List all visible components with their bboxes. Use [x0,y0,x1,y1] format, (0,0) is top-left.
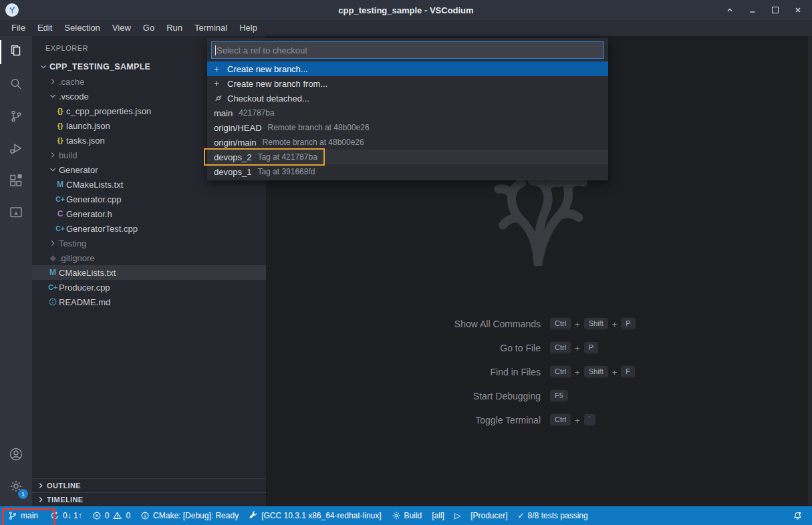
kit-status-item[interactable]: [GCC 10.3.1 x86_64-redhat-linux] [249,511,381,520]
gear-icon [392,511,401,520]
notifications-item[interactable] [793,511,812,521]
minimize-icon[interactable] [744,1,761,19]
key-chip: F [621,366,635,378]
maximize-icon[interactable] [767,1,784,19]
tree-item-readme-md[interactable]: README.md [32,295,266,309]
menu-chevron-up-icon[interactable] [721,1,738,19]
tree-item-testing[interactable]: Testing [32,236,266,250]
json-icon: {} [54,107,66,115]
settings-badge: 1 [18,489,28,499]
quickpick-item-main[interactable]: main 421787ba [207,106,608,120]
chevron-right-icon [47,238,59,248]
quickpick-item-devops-1[interactable]: devops_1 Tag at 391668fd [207,164,608,179]
tree-item-gitignore[interactable]: ◆ .gitignore [32,250,266,265]
key-chip: Ctrl [550,366,571,378]
tree-item-generatortest-cpp[interactable]: C+ GeneratorTest.cpp [32,221,266,236]
quickpick-item-create-new-branch-from[interactable]: + Create new branch from... [207,76,608,91]
cmake-icon: M [47,268,59,277]
key-chip: Ctrl [550,414,571,426]
tests-status-item[interactable]: ✓ 8/8 tests passing [518,511,588,520]
menu-go[interactable]: Go [137,20,160,36]
quickpick-item-checkout-detached[interactable]: Checkout detached... [207,91,608,106]
menu-terminal[interactable]: Terminal [188,20,233,36]
shortcut-toggle-terminal: Toggle Terminal Ctrl + ` [347,413,721,427]
key-chip: ` [584,414,596,426]
timeline-section[interactable]: TIMELINE [32,492,266,506]
menu-file[interactable]: File [5,20,31,36]
problems-status-item[interactable]: 0 0 [92,511,130,520]
cmake-icon: M [54,180,66,189]
close-icon[interactable] [789,1,807,19]
watermark-shortcuts: Show All Commands Ctrl + Shift + P Go to… [347,317,721,427]
quickpick-item-create-new-branch[interactable]: + Create new branch... [207,61,608,76]
key-chip: F5 [550,390,568,402]
tools-icon [249,511,258,520]
status-bar: main 0↓ 1↑ 0 0 CMake: [Debug]: Ready [GC… [0,506,812,525]
key-chip: Ctrl [550,342,571,354]
activity-bar-bottom: 1 [0,438,32,506]
vscodium-window: cpp_testing_sample - VSCodium File Edit … [0,0,812,525]
key-chip: P [584,342,598,354]
search-icon[interactable] [0,68,32,100]
tree-item-cmakelists-root[interactable]: M CMakeLists.txt [32,265,266,280]
json-icon: {} [54,136,66,144]
build-target-item[interactable]: [all] [432,511,444,520]
git-branch-icon [8,511,17,520]
chevron-right-icon [35,481,47,490]
menu-help[interactable]: Help [233,20,263,36]
sync-status-item[interactable]: 0↓ 1↑ [50,511,82,520]
sync-icon [50,511,59,520]
cpp-file-icon: C+ [54,195,66,203]
vscodium-watermark-logo [478,167,598,269]
chevron-right-icon [35,495,47,504]
explorer-icon[interactable] [0,36,32,68]
menu-run[interactable]: Run [160,20,188,36]
shortcut-start-debugging: Start Debugging F5 [347,389,721,403]
test-panel-icon[interactable] [0,196,32,228]
launch-target-item[interactable]: [Producer] [470,511,507,520]
chevron-down-icon [47,165,59,174]
outline-section[interactable]: OUTLINE [32,478,266,492]
cpp-file-icon: C+ [47,283,59,291]
launch-play-icon[interactable]: ▷ [454,511,460,520]
menu-edit[interactable]: Edit [31,20,58,36]
warning-icon [112,511,122,520]
tree-item-generator-h[interactable]: C Generator.h [32,206,266,221]
error-icon [92,511,102,520]
info-icon [140,511,150,520]
bell-icon [793,511,803,521]
plus-icon: + [214,63,227,74]
chevron-down-icon [47,92,59,101]
detached-icon [214,94,227,103]
menu-selection[interactable]: Selection [58,20,106,36]
run-debug-icon[interactable] [0,132,32,164]
ref-search-input[interactable]: Select a ref to checkout [211,41,604,59]
key-chip: Shift [584,366,608,378]
key-chip: P [621,318,635,330]
menu-view[interactable]: View [106,20,137,36]
shortcut-go-to-file: Go to File Ctrl + P [347,341,721,355]
cpp-file-icon: C+ [54,224,66,232]
account-icon[interactable] [0,438,32,470]
extensions-icon[interactable] [0,164,32,196]
window-controls [721,0,807,20]
check-icon: ✓ [518,511,525,520]
build-status-item[interactable]: Build [392,511,422,520]
info-icon [47,297,59,307]
quickpick-item-origin-main[interactable]: origin/main Remote branch at 48b00e26 [207,135,608,150]
quickpick-item-devops-2[interactable]: devops_2 Tag at 421787ba [207,150,608,164]
cmake-status-item[interactable]: CMake: [Debug]: Ready [140,511,239,520]
tree-item-generator-cpp[interactable]: C+ Generator.cpp [32,192,266,206]
source-control-icon[interactable] [0,100,32,132]
settings-gear-icon[interactable]: 1 [0,470,32,502]
header-file-icon: C [54,209,66,218]
text-caret [215,45,216,55]
menu-bar: File Edit Selection View Go Run Terminal… [0,20,812,36]
checkout-quickpick: Select a ref to checkout + Create new br… [207,38,608,180]
chevron-right-icon [47,77,59,86]
branch-status-item[interactable]: main [0,511,38,520]
quickpick-item-origin-head[interactable]: origin/HEAD Remote branch at 48b00e26 [207,120,608,135]
title-bar: cpp_testing_sample - VSCodium [0,0,812,20]
shortcut-show-all-commands: Show All Commands Ctrl + Shift + P [347,317,721,331]
tree-item-producer-cpp[interactable]: C+ Producer.cpp [32,280,266,295]
